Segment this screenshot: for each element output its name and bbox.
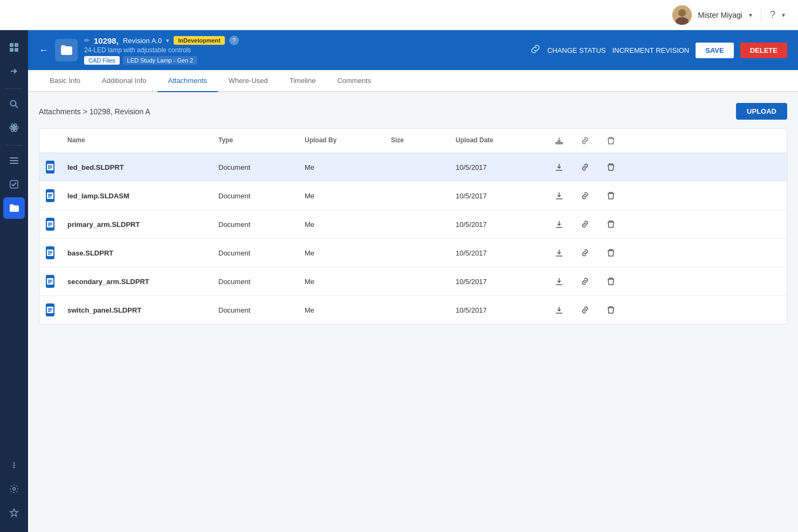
header-left: ← ✏ 10298, Revision A.0 ▾ InDevelopment … — [39, 36, 239, 65]
svg-rect-25 — [48, 167, 52, 168]
breadcrumb-tags: CAD Files LED Study Lamp - Gen 2 — [84, 56, 239, 65]
status-badge: InDevelopment — [174, 36, 225, 45]
tab-attachments[interactable]: Attachments — [157, 70, 218, 92]
file-type-2: Document — [212, 215, 298, 234]
svg-rect-41 — [48, 254, 51, 255]
upload-date-4: 10/5/2017 — [449, 272, 546, 291]
delete-btn-0[interactable] — [598, 157, 624, 177]
file-icon-cell-5 — [39, 298, 61, 322]
svg-point-10 — [13, 127, 15, 129]
download-btn-4[interactable] — [546, 272, 572, 291]
link-btn-5[interactable] — [572, 300, 598, 320]
delete-btn-1[interactable] — [598, 186, 624, 205]
file-icon-1 — [46, 189, 54, 202]
file-icon-cell-1 — [39, 184, 61, 208]
upload-by-4: Me — [298, 272, 384, 291]
table-row: base.SLDPRT Document Me 10/5/2017 — [39, 239, 787, 267]
file-type-5: Document — [212, 301, 298, 320]
svg-rect-36 — [48, 225, 51, 226]
download-btn-0[interactable] — [546, 157, 572, 177]
svg-rect-44 — [48, 280, 52, 281]
file-type-4: Document — [212, 272, 298, 291]
svg-line-9 — [16, 106, 18, 108]
top-bar-right: Mister Miyagi ▾ ? ▾ — [672, 5, 785, 25]
link-btn-4[interactable] — [572, 272, 598, 291]
file-icon-5 — [46, 303, 54, 316]
delete-btn-3[interactable] — [598, 243, 624, 262]
help-dropdown-icon[interactable]: ▾ — [782, 11, 785, 19]
attachments-table: Name Type Upload By Size Upload Date — [39, 128, 787, 324]
svg-rect-35 — [48, 224, 52, 225]
sidebar-divider-2 — [5, 145, 23, 146]
download-btn-3[interactable] — [546, 243, 572, 262]
delete-btn-4[interactable] — [598, 272, 624, 291]
upload-by-3: Me — [298, 244, 384, 262]
svg-rect-4 — [15, 43, 18, 47]
revision-dropdown-icon[interactable]: ▾ — [166, 37, 169, 44]
help-button[interactable]: ? — [770, 9, 775, 20]
file-size-4 — [384, 276, 449, 287]
status-help-icon[interactable]: ? — [229, 36, 239, 45]
list-icon[interactable] — [3, 150, 25, 171]
table-row: switch_panel.SLDPRT Document Me 10/5/201… — [39, 296, 787, 324]
svg-point-21 — [13, 488, 16, 490]
back-button[interactable]: ← — [39, 45, 49, 56]
avatar — [672, 5, 692, 25]
dot-icon[interactable] — [3, 454, 25, 476]
attachments-breadcrumb: Attachments > 10298, Revision A — [39, 107, 150, 116]
download-btn-2[interactable] — [546, 215, 572, 234]
save-button[interactable]: SAVE — [696, 43, 733, 58]
delete-button[interactable]: DELETE — [740, 43, 787, 58]
tabs-bar: Basic Info Additional Info Attachments W… — [28, 70, 798, 92]
header-info: ✏ 10298, Revision A.0 ▾ InDevelopment ? … — [84, 36, 239, 65]
table-row: led_lamp.SLDASM Document Me 10/5/2017 — [39, 182, 787, 210]
upload-by-1: Me — [298, 186, 384, 205]
upload-by-2: Me — [298, 215, 384, 234]
link-btn-2[interactable] — [572, 215, 598, 234]
download-btn-5[interactable] — [546, 300, 572, 320]
th-upload-by: Upload By — [298, 134, 384, 147]
folder-icon — [55, 39, 78, 61]
file-size-0 — [384, 162, 449, 172]
link-btn-3[interactable] — [572, 243, 598, 262]
settings-icon[interactable] — [3, 478, 25, 500]
breadcrumb-tag-0[interactable]: CAD Files — [84, 56, 120, 65]
file-size-1 — [384, 190, 449, 201]
th-delete-icon — [598, 134, 624, 147]
link-icon[interactable] — [530, 44, 541, 57]
search-icon[interactable] — [3, 93, 25, 115]
table-body: led_bed.SLDPRT Document Me 10/5/2017 — [39, 153, 787, 324]
check-square-icon[interactable] — [3, 174, 25, 195]
edit-icon[interactable]: ✏ — [84, 37, 90, 44]
file-icon-4 — [46, 275, 54, 288]
attachments-header: Attachments > 10298, Revision A UPLOAD — [39, 103, 787, 120]
part-number: 10298, — [94, 36, 119, 45]
file-icon-cell-4 — [39, 270, 61, 293]
th-size: Size — [384, 134, 449, 147]
grid-icon[interactable] — [3, 37, 25, 58]
user-dropdown-icon[interactable]: ▾ — [749, 11, 752, 19]
folder-active-icon[interactable] — [3, 197, 25, 219]
download-btn-1[interactable] — [546, 186, 572, 205]
svg-rect-16 — [10, 163, 18, 164]
file-type-0: Document — [212, 158, 298, 177]
increment-revision-button[interactable]: INCREMENT REVISION — [612, 43, 689, 58]
svg-rect-31 — [48, 197, 51, 198]
arrow-icon[interactable] — [3, 60, 25, 82]
link-btn-0[interactable] — [572, 157, 598, 177]
upload-button[interactable]: UPLOAD — [736, 103, 787, 120]
tab-timeline[interactable]: Timeline — [279, 70, 327, 92]
tab-basic-info[interactable]: Basic Info — [39, 70, 91, 92]
change-status-button[interactable]: CHANGE STATUS — [547, 43, 606, 58]
revision-label: Revision A.0 — [123, 37, 162, 45]
delete-btn-2[interactable] — [598, 215, 624, 234]
tab-comments[interactable]: Comments — [326, 70, 382, 92]
breadcrumb-tag-1[interactable]: LED Study Lamp - Gen 2 — [123, 56, 198, 65]
tab-additional-info[interactable]: Additional Info — [91, 70, 157, 92]
atom-icon[interactable] — [3, 117, 25, 139]
file-icon-2 — [46, 218, 54, 231]
plugin-icon[interactable] — [3, 502, 25, 523]
delete-btn-5[interactable] — [598, 300, 624, 320]
link-btn-1[interactable] — [572, 186, 598, 205]
tab-where-used[interactable]: Where-Used — [218, 70, 279, 92]
